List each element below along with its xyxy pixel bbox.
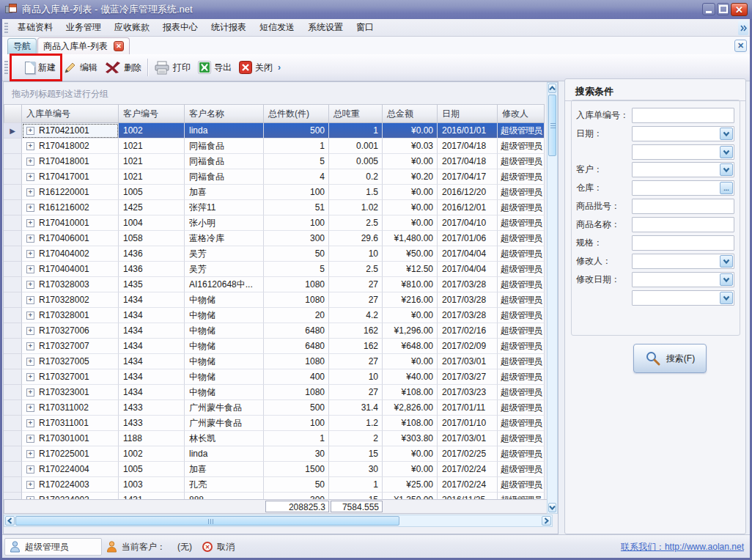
table-cell[interactable]: 162 (329, 339, 383, 354)
table-row[interactable]: +R1704170011021同福食品40.2¥0.202017/04/17超级… (4, 169, 545, 185)
table-cell[interactable]: +R170418002 (22, 139, 119, 154)
table-cell[interactable]: ¥0.20 (383, 169, 438, 185)
table-cell[interactable]: 6480 (264, 339, 329, 354)
table-row[interactable]: +R1704040011436吴芳52.5¥12.502017/04/04超级管… (4, 262, 545, 277)
table-cell[interactable]: ¥0.00 (383, 154, 438, 169)
table-cell[interactable]: 超级管理员 (498, 385, 545, 400)
table-cell[interactable]: 2017/04/18 (438, 154, 498, 169)
table-cell[interactable]: 吴芳 (185, 262, 264, 277)
table-cell[interactable]: 5 (264, 262, 329, 277)
table-cell[interactable]: 超级管理员 (498, 339, 545, 354)
tab-inbound-list[interactable]: 商品入库单-列表 ✕ (37, 37, 130, 54)
table-cell[interactable]: 中物储 (185, 354, 264, 369)
table-cell[interactable]: 1002 (119, 446, 185, 462)
menu-item-3[interactable]: 报表中心 (156, 18, 204, 37)
table-cell[interactable]: 超级管理员 (498, 477, 545, 493)
menu-item-6[interactable]: 系统设置 (301, 18, 350, 37)
table-cell[interactable]: +R170328002 (22, 292, 119, 308)
table-cell[interactable]: 超级管理员 (498, 308, 545, 323)
tab-close-icon[interactable]: ✕ (114, 41, 124, 51)
delete-button[interactable]: 删除 (101, 56, 145, 78)
dropdown-arrow-icon[interactable] (720, 273, 733, 286)
table-cell[interactable]: ¥108.00 (383, 385, 438, 400)
search-field-input-1[interactable] (632, 126, 734, 141)
table-cell[interactable]: 162 (329, 323, 383, 339)
row-expand-icon[interactable]: + (26, 296, 34, 304)
column-header-3[interactable]: 总件数(件) (264, 104, 329, 123)
vertical-scrollbar[interactable] (547, 82, 558, 514)
column-header-6[interactable]: 日期 (438, 104, 498, 123)
column-header-2[interactable]: 客户名称 (185, 104, 264, 123)
table-cell[interactable]: +R170406001 (22, 231, 119, 246)
row-expand-icon[interactable]: + (26, 358, 34, 366)
table-cell[interactable]: 1434 (119, 292, 185, 308)
table-cell[interactable]: 4.2 (329, 308, 383, 323)
table-cell[interactable]: 1021 (119, 169, 185, 185)
table-cell[interactable]: 51 (264, 200, 329, 215)
menu-item-0[interactable]: 基础资料 (11, 18, 59, 37)
table-cell[interactable]: 30 (329, 462, 383, 477)
table-cell[interactable]: 6480 (264, 323, 329, 339)
search-button[interactable]: 搜索(F) (633, 344, 707, 373)
minimize-button[interactable] (702, 3, 715, 15)
cancel-customer-label[interactable]: 取消 (217, 541, 235, 553)
table-cell[interactable]: 超级管理员 (498, 462, 545, 477)
table-row[interactable]: +R1702240041005加喜150030¥0.002017/02/24超级… (4, 462, 545, 477)
table-cell[interactable]: 2017/02/16 (438, 323, 498, 339)
table-cell[interactable]: 2 (329, 431, 383, 446)
table-cell[interactable]: 超级管理员 (498, 416, 545, 431)
table-cell[interactable]: 2017/04/10 (438, 215, 498, 231)
row-expand-icon[interactable]: + (26, 281, 34, 289)
dropdown-arrow-icon[interactable] (720, 128, 733, 140)
table-cell[interactable]: 1 (329, 477, 383, 493)
toolbar-grip[interactable] (4, 61, 8, 74)
menu-grip[interactable] (4, 23, 8, 33)
table-row[interactable]: +R1703280011434中物储204.2¥0.002017/03/28超级… (4, 308, 545, 323)
table-cell[interactable]: 2017/03/28 (438, 277, 498, 292)
table-row[interactable]: +R1703270011434中物储40010¥40.002017/03/27超… (4, 369, 545, 385)
table-cell[interactable]: 超级管理员 (498, 354, 545, 369)
row-expand-icon[interactable]: + (26, 265, 34, 273)
table-cell[interactable]: 2.5 (329, 262, 383, 277)
table-row[interactable]: +R1703280031435AI16120648中...108027¥810.… (4, 277, 545, 292)
row-expand-icon[interactable]: + (26, 481, 34, 489)
edit-button[interactable]: 编辑 (59, 56, 101, 78)
table-cell[interactable]: +R161220001 (22, 185, 119, 200)
table-row[interactable]: +R1702250011002linda3015¥0.002017/02/25超… (4, 446, 545, 462)
table-cell[interactable]: 2016/01/01 (438, 123, 498, 139)
search-field-input-10[interactable] (632, 290, 734, 306)
export-button[interactable]: 导出 (194, 56, 235, 78)
table-cell[interactable]: 超级管理员 (498, 200, 545, 215)
table-cell[interactable]: 加喜 (185, 185, 264, 200)
table-row[interactable]: +R1703280021434中物储108027¥216.002017/03/2… (4, 292, 545, 308)
table-cell[interactable]: ¥0.00 (383, 123, 438, 139)
table-cell[interactable]: ¥0.00 (383, 446, 438, 462)
table-cell[interactable]: 2017/04/18 (438, 139, 498, 154)
table-cell[interactable]: 林长凯 (185, 431, 264, 446)
table-cell[interactable]: ¥216.00 (383, 292, 438, 308)
horizontal-scrollbar[interactable] (4, 515, 553, 527)
table-row[interactable]: +R1704040021436吴芳5010¥50.002017/04/04超级管… (4, 246, 545, 262)
table-cell[interactable]: ¥810.00 (383, 277, 438, 292)
table-cell[interactable]: +R170410001 (22, 215, 119, 231)
table-cell[interactable]: 1 (264, 139, 329, 154)
table-cell[interactable]: 孔亮 (185, 477, 264, 493)
scroll-left-icon[interactable] (5, 516, 15, 526)
search-field-input-5[interactable] (632, 199, 734, 214)
table-cell[interactable]: 100 (264, 416, 329, 431)
table-row[interactable]: +R1704180011021同福食品50.005¥0.002017/04/18… (4, 154, 545, 169)
table-cell[interactable]: +R170418001 (22, 154, 119, 169)
table-cell[interactable]: 29.6 (329, 231, 383, 246)
table-cell[interactable]: 超级管理员 (498, 139, 545, 154)
table-cell[interactable]: +R170224002 (22, 493, 119, 499)
table-cell[interactable]: 2017/04/17 (438, 169, 498, 185)
column-header-5[interactable]: 总金额 (383, 104, 438, 123)
menu-item-2[interactable]: 应收账款 (108, 18, 156, 37)
table-cell[interactable]: 1436 (119, 262, 185, 277)
table-cell[interactable]: 50 (264, 246, 329, 262)
table-row[interactable]: +R1704060011058蓝格冷库30029.6¥1,480.002017/… (4, 231, 545, 246)
table-cell[interactable]: linda (185, 123, 264, 139)
column-header-0[interactable]: 入库单编号 (22, 104, 119, 123)
table-cell[interactable]: ¥0.00 (383, 354, 438, 369)
table-cell[interactable]: 同福食品 (185, 139, 264, 154)
